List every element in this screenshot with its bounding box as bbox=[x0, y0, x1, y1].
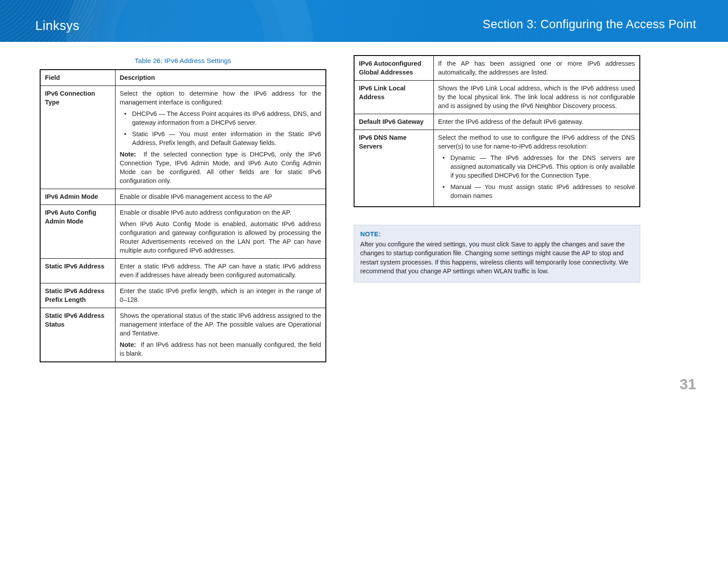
description-cell: Select the option to determine how the I… bbox=[115, 86, 326, 189]
table-row: IPv6 Link Local AddressShows the IPv6 Li… bbox=[354, 81, 640, 114]
bullet-list: DHCPv6 — The Access Point acquires its I… bbox=[120, 109, 321, 147]
ipv6-settings-table-left: Field Description IPv6 Connection TypeSe… bbox=[40, 69, 326, 362]
page-number: 31 bbox=[0, 367, 728, 410]
desc-intro: Enter the IPv6 address of the default IP… bbox=[438, 117, 635, 126]
field-cell: Default IPv6 Gateway bbox=[354, 114, 433, 130]
ipv6-settings-table-right: IPv6 Autoconfigured Global AddressesIf t… bbox=[354, 55, 640, 207]
desc-intro: Select the option to determine how the I… bbox=[120, 89, 321, 107]
brand-text: Linksys bbox=[35, 19, 79, 33]
desc-intro: Select the method to use to configure th… bbox=[438, 133, 635, 151]
field-cell: IPv6 Admin Mode bbox=[40, 189, 115, 205]
table-row: Static IPv6 AddressEnter a static IPv6 a… bbox=[40, 259, 326, 283]
desc-intro: If the AP has been assigned one or more … bbox=[438, 59, 635, 77]
field-cell: IPv6 Link Local Address bbox=[354, 81, 433, 114]
desc-intro: Shows the IPv6 Link Local address, which… bbox=[438, 84, 635, 110]
note-label: Note: bbox=[120, 341, 136, 348]
col-header-desc: Description bbox=[115, 70, 326, 86]
note-box: NOTE: After you configure the wired sett… bbox=[354, 225, 640, 283]
desc-intro: Enter a static IPv6 address. The AP can … bbox=[120, 262, 321, 279]
note-body: After you configure the wired settings, … bbox=[360, 240, 634, 276]
table-row: Static IPv6 Address Prefix LengthEnter t… bbox=[40, 283, 326, 308]
table-row: IPv6 DNS Name ServersSelect the method t… bbox=[354, 130, 640, 207]
field-cell: Static IPv6 Address Prefix Length bbox=[40, 283, 115, 308]
note-text: If the selected connection type is DHCPv… bbox=[120, 151, 321, 184]
table-row: Static IPv6 Address StatusShows the oper… bbox=[40, 308, 326, 362]
table-row: IPv6 Autoconfigured Global AddressesIf t… bbox=[354, 56, 640, 81]
description-cell: Enter the IPv6 address of the default IP… bbox=[433, 114, 640, 130]
description-cell: Enter a static IPv6 address. The AP can … bbox=[115, 259, 326, 283]
description-cell: Select the method to use to configure th… bbox=[433, 130, 640, 207]
inline-note: Note: If the selected connection type is… bbox=[120, 150, 321, 185]
description-cell: Enable or disable IPv6 auto address conf… bbox=[115, 205, 326, 259]
bullet-item: Dynamic — The IPv6 addresses for the DNS… bbox=[438, 153, 635, 180]
inline-note: Note: If an IPv6 address has not been ma… bbox=[120, 340, 321, 358]
description-cell: Shows the operational status of the stat… bbox=[115, 308, 326, 362]
description-cell: Enter the static IPv6 prefix length, whi… bbox=[115, 283, 326, 308]
desc-intro: Enable or disable IPv6 management access… bbox=[120, 192, 321, 201]
description-cell: Shows the IPv6 Link Local address, which… bbox=[433, 81, 640, 114]
note-heading: NOTE: bbox=[360, 230, 634, 239]
table-row: IPv6 Auto Config Admin ModeEnable or dis… bbox=[40, 205, 326, 259]
field-cell: IPv6 Connection Type bbox=[40, 86, 115, 189]
bullet-list: Dynamic — The IPv6 addresses for the DNS… bbox=[438, 153, 635, 200]
table-caption: Table 26: IPv6 Address Settings bbox=[40, 57, 326, 65]
bullet-item: Static IPv6 — You must enter information… bbox=[120, 130, 321, 147]
desc-intro: Enable or disable IPv6 auto address conf… bbox=[120, 208, 321, 217]
col-header-field: Field bbox=[40, 70, 115, 86]
desc-intro: Enter the static IPv6 prefix length, whi… bbox=[120, 287, 321, 304]
desc-para: When IPv6 Auto Config Mode is enabled, a… bbox=[120, 220, 321, 255]
table-row: IPv6 Admin ModeEnable or disable IPv6 ma… bbox=[40, 189, 326, 205]
field-cell: IPv6 DNS Name Servers bbox=[354, 130, 433, 207]
desc-intro: Shows the operational status of the stat… bbox=[120, 311, 321, 338]
description-cell: Enable or disable IPv6 management access… bbox=[115, 189, 326, 205]
page-header: Linksys Section 3: Configuring the Acces… bbox=[0, 0, 728, 42]
note-label: Note: bbox=[120, 151, 136, 158]
description-cell: If the AP has been assigned one or more … bbox=[433, 56, 640, 81]
bullet-item: Manual — You must assign static IPv6 add… bbox=[438, 182, 635, 200]
table-row: Default IPv6 GatewayEnter the IPv6 addre… bbox=[354, 114, 640, 130]
field-cell: IPv6 Auto Config Admin Mode bbox=[40, 205, 115, 259]
field-cell: Static IPv6 Address Status bbox=[40, 308, 115, 362]
note-text: If an IPv6 address has not been manually… bbox=[120, 341, 321, 357]
left-column: Table 26: IPv6 Address Settings Field De… bbox=[40, 55, 326, 362]
bullet-item: DHCPv6 — The Access Point acquires its I… bbox=[120, 109, 321, 127]
field-cell: Static IPv6 Address bbox=[40, 259, 115, 283]
section-title: Section 3: Configuring the Access Point bbox=[483, 18, 696, 31]
table-row: IPv6 Connection TypeSelect the option to… bbox=[40, 86, 326, 189]
right-column: IPv6 Autoconfigured Global AddressesIf t… bbox=[354, 55, 640, 283]
field-cell: IPv6 Autoconfigured Global Addresses bbox=[354, 56, 433, 81]
